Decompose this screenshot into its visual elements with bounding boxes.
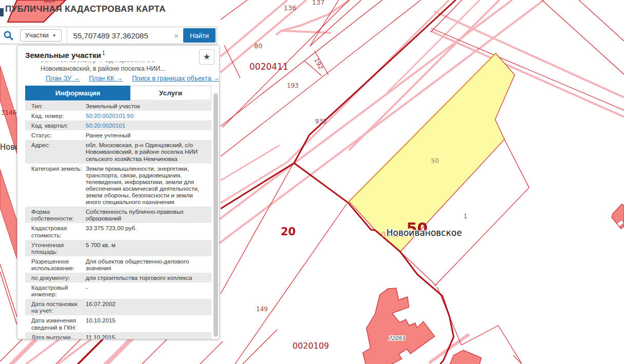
row-value: обл. Московская, р-н Одинцовский, с/о Но… bbox=[86, 141, 211, 161]
row-label: Кадастровый инженер: bbox=[25, 284, 86, 297]
map-label: Новоивановское bbox=[386, 228, 462, 238]
row-label: Адрес: bbox=[25, 141, 86, 161]
map-boundary-line bbox=[104, 336, 134, 364]
map-boundary-line bbox=[431, 0, 462, 32]
row-label: Кад. квартал: bbox=[25, 122, 86, 129]
table-row: Дата выгрузки сведений из ГКН:11.10.2015 bbox=[25, 332, 211, 339]
search-icon bbox=[3, 30, 14, 41]
map-label: 0020109 bbox=[292, 341, 329, 351]
row-label: по документу: bbox=[25, 274, 86, 281]
map-label: 137 bbox=[312, 0, 325, 6]
object-link-1[interactable]: План КК → bbox=[89, 74, 123, 82]
clear-icon[interactable]: × bbox=[174, 31, 179, 40]
table-row: Категория земель:Земли промышленности, э… bbox=[25, 164, 211, 207]
map-boundary-line bbox=[224, 45, 240, 78]
map-boundary-line bbox=[221, 0, 247, 19]
star-icon: ★ bbox=[203, 52, 210, 61]
building-bottom-right[interactable] bbox=[450, 350, 481, 364]
table-row: по документу:для строительства торгового… bbox=[25, 273, 211, 282]
map-label: 80 bbox=[254, 42, 263, 50]
map-boundary-line bbox=[0, 337, 25, 361]
tab-информация[interactable]: Информация bbox=[25, 86, 130, 100]
row-value: 33 375 723,00 руб. bbox=[86, 225, 211, 238]
row-value: 11.10.2015 bbox=[86, 334, 211, 339]
table-row: Дата изменения сведений в ГКН:10.10.2015 bbox=[25, 315, 211, 332]
map-boundary-line bbox=[434, 11, 624, 97]
panel-title: Земельные участки1 bbox=[25, 50, 212, 59]
row-value: - bbox=[86, 284, 211, 297]
table-row: Кадастровая стоимость:33 375 723,00 руб. bbox=[25, 223, 211, 239]
map-boundary-line bbox=[400, 252, 436, 286]
map-boundary-line bbox=[310, 0, 339, 46]
row-label: Кадастровая стоимость: bbox=[25, 225, 86, 238]
attributes-table: Тип:Земельный участокКад. номер:50:20:00… bbox=[25, 101, 211, 339]
tab-услуги[interactable]: Услуги bbox=[130, 86, 211, 100]
result-count: 1 bbox=[102, 50, 105, 56]
map-label: 3146 bbox=[1, 109, 17, 116]
row-label: Статус: bbox=[25, 132, 86, 138]
map-boundary-line bbox=[0, 264, 17, 317]
row-label: Дата изменения сведений в ГКН: bbox=[25, 317, 86, 330]
map-label: 20 bbox=[281, 226, 296, 238]
table-row: Адрес:обл. Московская, р-н Одинцовский, … bbox=[25, 140, 211, 163]
map-label: 193 bbox=[287, 82, 299, 89]
map-boundary-line bbox=[221, 0, 421, 156]
table-row: Кад. квартал:50:20:0020101 bbox=[25, 120, 211, 130]
row-value: 16.07.2002 bbox=[86, 300, 211, 314]
map-boundary-line bbox=[140, 338, 168, 364]
row-label: Дата выгрузки сведений из ГКН: bbox=[25, 334, 86, 339]
table-row: Уточненная площадь:5 700 кв. м bbox=[25, 240, 211, 256]
row-label: Разрешенное использование: bbox=[25, 258, 86, 271]
row-value: 10.10.2015 bbox=[86, 317, 211, 330]
map-boundary-line bbox=[542, 0, 624, 74]
row-label: Дата постановки на учет: bbox=[25, 300, 86, 314]
row-value: 5 700 кв. м bbox=[86, 241, 211, 255]
search-button[interactable]: Найти bbox=[183, 28, 216, 43]
table-row: Тип:Земельный участок bbox=[25, 101, 211, 111]
table-row: Форма собственности:Собственность публич… bbox=[25, 207, 211, 223]
map-boundary-line bbox=[53, 338, 82, 364]
scrollbar-thumb[interactable] bbox=[213, 93, 218, 337]
chevron-down-icon: ▼ bbox=[52, 33, 56, 38]
map-label: 136 bbox=[284, 4, 297, 12]
search-bar: Участки ▼ × Найти bbox=[0, 27, 217, 44]
object-links: План ЗУ →План КК →Поиск в границах объек… bbox=[46, 74, 212, 82]
map-boundary-line bbox=[0, 272, 17, 325]
page-title: ПУБЛИЧНАЯ КАДАСТРОВАЯ КАРТА bbox=[5, 4, 166, 14]
building-72093[interactable] bbox=[363, 288, 435, 364]
object-link-2[interactable]: Поиск в границах объекта → bbox=[132, 74, 220, 82]
map-boundary-line bbox=[579, 0, 624, 41]
row-value: Собственность публично-правовых образова… bbox=[86, 208, 211, 221]
row-value: Земли промышленности, энергетики, трансп… bbox=[86, 165, 211, 206]
row-value: для строительства торгового коплекса bbox=[86, 274, 211, 281]
row-value[interactable]: 50:20:0020101:50 bbox=[86, 112, 211, 119]
map-boundary-line bbox=[198, 341, 223, 364]
row-value: Для объектов общественно-делового значен… bbox=[86, 258, 211, 271]
map-boundary-line bbox=[221, 163, 294, 209]
row-label: Кад. номер: bbox=[25, 112, 86, 119]
left-band-b[interactable] bbox=[0, 169, 17, 259]
row-value[interactable]: 50:20:0020101 bbox=[86, 122, 211, 129]
map-label: 935 bbox=[315, 118, 327, 125]
object-link-0[interactable]: План ЗУ → bbox=[46, 74, 80, 82]
layer-select-label: Участки bbox=[25, 32, 49, 39]
logo-icon bbox=[0, 8, 4, 16]
map-label: 3629 bbox=[43, 0, 55, 4]
table-row: Кад. номер:50:20:0020101:50 bbox=[25, 111, 211, 120]
table-row: Дата постановки на учет:16.07.2002 bbox=[25, 299, 211, 315]
search-input[interactable] bbox=[72, 31, 172, 41]
map-label: 149 bbox=[256, 306, 268, 313]
cadastral-map-app: 36291361378000204111921939353146Ново2050… bbox=[0, 0, 624, 364]
panel-tabs: ИнформацияУслуги bbox=[25, 86, 211, 100]
table-row: Кадастровый инженер:- bbox=[25, 282, 211, 299]
divider bbox=[67, 27, 67, 44]
map-boundary-line bbox=[221, 145, 280, 180]
table-row: Разрешенное использование:Для объектов о… bbox=[25, 256, 211, 273]
layer-select[interactable]: Участки ▼ bbox=[20, 29, 62, 42]
favorite-button[interactable]: ★ bbox=[199, 49, 215, 65]
row-value: Земельный участок bbox=[86, 103, 211, 109]
table-row: Статус:Ранее учтенный bbox=[25, 130, 211, 140]
map-boundary-line bbox=[281, 31, 331, 33]
row-label: Уточненная площадь: bbox=[25, 241, 86, 255]
row-label: Форма собственности: bbox=[25, 208, 86, 221]
